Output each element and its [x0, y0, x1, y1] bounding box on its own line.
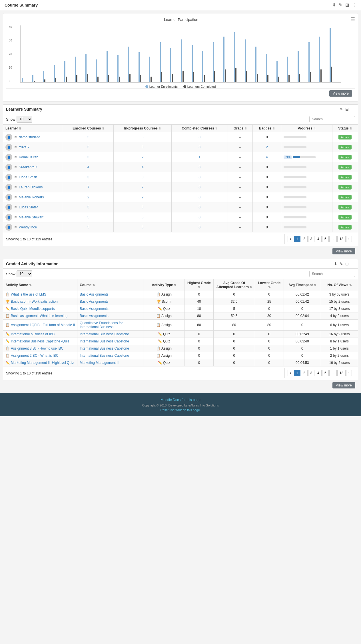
course-link[interactable]: International Business Capstone: [80, 332, 129, 336]
grid-icon[interactable]: ⊞: [345, 2, 349, 8]
graded-page-ellipsis-btn[interactable]: ...: [329, 370, 337, 376]
badges-link[interactable]: 4: [266, 155, 268, 159]
page-1-btn[interactable]: 1: [294, 236, 300, 242]
activity-name-link[interactable]: International business of IBC: [11, 332, 55, 336]
inprogress-link[interactable]: 4: [142, 165, 144, 169]
learner-name-link[interactable]: Lucas Slater: [19, 205, 38, 209]
activity-name-link[interactable]: What is the use of LMS: [11, 292, 46, 296]
graded-page-2-btn[interactable]: 2: [301, 370, 308, 376]
moodle-docs-link[interactable]: Moodle Docs for this page: [161, 398, 200, 402]
course-link[interactable]: International Business Capstone: [80, 346, 129, 350]
enrolled-link[interactable]: 3: [87, 175, 89, 179]
learner-name-link[interactable]: Sreekanth K: [19, 165, 38, 169]
graded-grid-icon[interactable]: ⊞: [345, 262, 349, 266]
inprogress-link[interactable]: 3: [142, 175, 144, 179]
enrolled-link[interactable]: 3: [87, 145, 89, 149]
enrolled-link[interactable]: 5: [87, 135, 89, 139]
graded-page-1-btn[interactable]: 1: [294, 370, 300, 376]
activity-name-link[interactable]: Basic scorm- Work satisfaction: [11, 300, 58, 304]
learners-show-dropdown[interactable]: 10 25 50 100: [17, 116, 32, 123]
page-3-btn[interactable]: 3: [308, 236, 315, 242]
graded-page-3-btn[interactable]: 3: [308, 370, 315, 376]
completed-link[interactable]: 0: [198, 215, 200, 219]
graded-prev-btn[interactable]: ‹: [288, 370, 293, 376]
course-link[interactable]: Basic Assignments: [80, 300, 109, 304]
learners-more-icon[interactable]: ⋮: [351, 107, 355, 111]
graded-page-5-btn[interactable]: 5: [322, 370, 329, 376]
enrolled-link[interactable]: 3: [87, 155, 89, 159]
learner-name-link[interactable]: Wendy Ince: [19, 225, 37, 229]
activity-name-link[interactable]: Assignment 1QFIB - Full form of Moodle I…: [11, 323, 75, 327]
chart-menu-icon[interactable]: ☰: [350, 16, 355, 23]
course-link[interactable]: International Business Capstone: [80, 339, 129, 343]
completed-link[interactable]: 0: [198, 165, 200, 169]
enrolled-link[interactable]: 7: [87, 185, 89, 189]
learner-name-link[interactable]: Fiona Smith: [19, 175, 37, 179]
course-link[interactable]: Basic Assignments: [80, 314, 109, 318]
activity-name-link[interactable]: Basic Quiz- Moodle supports: [11, 307, 55, 311]
learner-name-link[interactable]: Lauren Dickens: [19, 185, 43, 189]
course-link[interactable]: Marketing Management II: [80, 361, 119, 365]
completed-link[interactable]: 0: [198, 225, 200, 229]
graded-download-icon[interactable]: ⬇: [334, 262, 337, 266]
graded-edit-icon[interactable]: ✎: [340, 262, 343, 266]
course-link[interactable]: Basic Assignments: [80, 292, 109, 296]
reset-tour-link[interactable]: Reset user tour on this page.: [5, 408, 356, 412]
learners-edit-icon[interactable]: ✎: [340, 107, 343, 111]
page-4-btn[interactable]: 4: [315, 236, 322, 242]
prev-page-btn[interactable]: ‹: [288, 236, 293, 242]
enrolled-link[interactable]: 5: [87, 225, 89, 229]
more-icon[interactable]: ⋮: [352, 2, 356, 8]
edit-icon[interactable]: ✎: [339, 2, 342, 8]
course-link[interactable]: Quantitative Foundations for Internation…: [80, 321, 123, 329]
graded-page-13-btn[interactable]: 13: [337, 370, 346, 376]
inprogress-link[interactable]: 3: [142, 205, 144, 209]
inprogress-link[interactable]: 7: [142, 185, 144, 189]
graded-more-icon[interactable]: ⋮: [351, 262, 355, 266]
learner-name-link[interactable]: Melanie Roberts: [19, 195, 44, 199]
completed-link[interactable]: 0: [198, 205, 200, 209]
badges-link[interactable]: 2: [266, 145, 268, 149]
activity-name-link[interactable]: Assignment 3IBc - How to use IBC: [11, 346, 63, 350]
inprogress-link[interactable]: 5: [142, 215, 144, 219]
inprogress-link[interactable]: 2: [142, 195, 144, 199]
completed-link[interactable]: 0: [198, 185, 200, 189]
activity-name-link[interactable]: Assignment 2IBC - What is IBC: [11, 354, 59, 358]
completed-link[interactable]: 0: [198, 175, 200, 179]
page-5-btn[interactable]: 5: [322, 236, 329, 242]
activity-name-link[interactable]: Marketing Management II- Highlevel Quiz: [11, 361, 74, 365]
inprogress-link[interactable]: 5: [142, 225, 144, 229]
page-2-btn[interactable]: 2: [301, 236, 308, 242]
activity-name-link[interactable]: International Business Capstone -Quiz: [11, 339, 69, 343]
completed-link[interactable]: 1: [198, 155, 200, 159]
next-page-btn[interactable]: ›: [346, 236, 352, 242]
learners-search-input[interactable]: [309, 116, 355, 122]
graded-page-4-btn[interactable]: 4: [315, 370, 322, 376]
completed-link[interactable]: 0: [198, 135, 200, 139]
enrolled-link[interactable]: 4: [87, 165, 89, 169]
enrolled-link[interactable]: 5: [87, 215, 89, 219]
learner-name-link[interactable]: Yuva Y: [19, 145, 30, 149]
learners-view-more-button[interactable]: View more: [332, 248, 355, 254]
inprogress-link[interactable]: 2: [142, 155, 144, 159]
graded-next-btn[interactable]: ›: [346, 370, 352, 376]
download-icon[interactable]: ⬇: [332, 2, 336, 8]
graded-search-input[interactable]: [309, 271, 355, 277]
learner-name-link[interactable]: Komali Kiran: [19, 155, 38, 159]
graded-show-dropdown[interactable]: 10 25 50 100: [17, 270, 32, 277]
learner-name-link[interactable]: demo student: [19, 135, 40, 139]
page-13-btn[interactable]: 13: [337, 236, 346, 242]
completed-link[interactable]: 0: [198, 145, 200, 149]
inprogress-link[interactable]: 5: [142, 135, 144, 139]
completed-link[interactable]: 0: [198, 195, 200, 199]
learners-grid-icon[interactable]: ⊞: [345, 107, 349, 111]
course-link[interactable]: Basic Assignments: [80, 307, 109, 311]
graded-view-more-button[interactable]: View more: [332, 382, 355, 388]
learner-name-link[interactable]: Melanie Stewart: [19, 215, 43, 219]
chart-view-more-button[interactable]: View more: [329, 90, 352, 97]
page-ellipsis-btn[interactable]: ...: [329, 236, 337, 242]
inprogress-link[interactable]: 3: [142, 145, 144, 149]
course-link[interactable]: International Business Capstone: [80, 354, 129, 358]
activity-name-link[interactable]: Basic assignment- What is e-learning: [11, 314, 67, 318]
enrolled-link[interactable]: 2: [87, 195, 89, 199]
